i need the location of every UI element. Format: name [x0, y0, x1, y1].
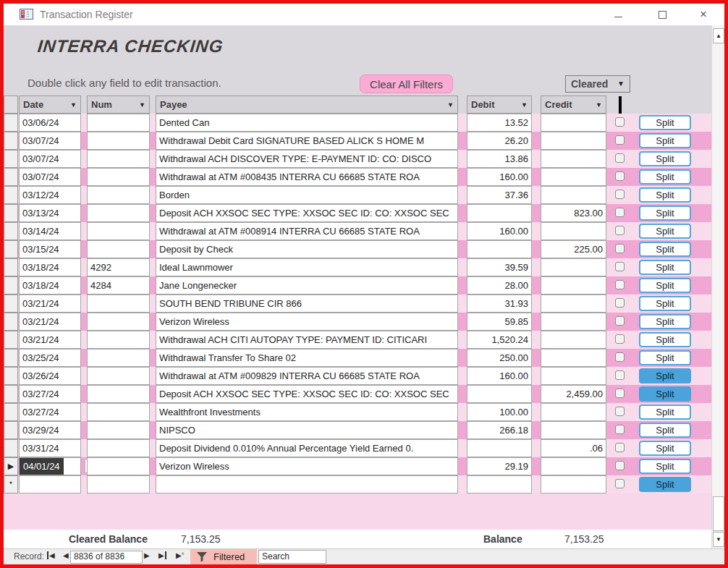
debit-cell[interactable]: 250.00: [467, 349, 532, 367]
record-selector[interactable]: ▶: [4, 457, 18, 475]
credit-cell[interactable]: [541, 331, 606, 349]
debit-cell[interactable]: 100.00: [467, 403, 532, 421]
payee-cell[interactable]: Deposit ACH XXSOC SEC TYPE: XXSOC SEC ID…: [156, 204, 458, 222]
credit-cell[interactable]: 2,459.00: [541, 385, 606, 403]
credit-cell[interactable]: [541, 457, 606, 475]
cleared-checkbox[interactable]: [615, 316, 625, 326]
split-button[interactable]: Split: [639, 332, 691, 347]
column-header-num[interactable]: Num▼: [87, 96, 150, 114]
split-button[interactable]: Split: [639, 404, 691, 420]
payee-cell[interactable]: Borden: [156, 186, 458, 204]
credit-cell[interactable]: [541, 349, 606, 367]
credit-cell[interactable]: [541, 276, 606, 294]
column-header-payee[interactable]: Payee▼: [156, 96, 458, 114]
last-record-button[interactable]: ▶: [158, 551, 166, 559]
date-cell[interactable]: 03/13/24: [19, 204, 81, 222]
payee-cell[interactable]: Dented Can: [156, 114, 458, 132]
cleared-checkbox[interactable]: [615, 171, 625, 181]
cleared-checkbox[interactable]: [615, 298, 625, 308]
debit-cell[interactable]: 160.00: [467, 168, 532, 186]
search-input[interactable]: Search: [258, 550, 326, 564]
debit-cell[interactable]: [467, 475, 532, 493]
record-selector[interactable]: [4, 186, 18, 204]
filter-dropdown-icon[interactable]: ▼: [521, 97, 528, 114]
date-cell[interactable]: 03/29/24: [19, 421, 81, 439]
cleared-checkbox[interactable]: [615, 262, 625, 271]
credit-cell[interactable]: 823.00: [541, 204, 606, 222]
payee-cell[interactable]: Withdrawal at ATM #009829 INTERRA CU 666…: [156, 367, 458, 385]
record-selector[interactable]: [4, 240, 18, 258]
cleared-checkbox[interactable]: [615, 135, 625, 145]
credit-cell[interactable]: [541, 186, 606, 204]
num-cell[interactable]: [87, 403, 150, 421]
split-button[interactable]: Split: [639, 314, 691, 329]
payee-cell[interactable]: Withdrawal at ATM #008914 INTERRA CU 666…: [156, 222, 458, 240]
date-cell[interactable]: 03/21/24: [19, 294, 81, 313]
date-cell[interactable]: 03/21/24: [19, 313, 81, 331]
num-cell[interactable]: [87, 150, 150, 168]
date-cell[interactable]: 03/14/24: [19, 222, 81, 240]
record-selector[interactable]: [4, 168, 18, 186]
split-button[interactable]: Split: [639, 423, 691, 438]
payee-cell[interactable]: Withdrawal at ATM #008435 INTERRA CU 666…: [156, 168, 458, 186]
cleared-checkbox[interactable]: [615, 407, 625, 416]
date-cell[interactable]: 03/15/24: [19, 240, 81, 258]
credit-cell[interactable]: [541, 150, 606, 168]
num-cell[interactable]: 4284: [87, 276, 150, 294]
payee-cell[interactable]: Withdrawal ACH DISCOVER TYPE: E-PAYMENT …: [156, 150, 458, 168]
filter-dropdown-icon[interactable]: ▼: [596, 97, 602, 114]
num-cell[interactable]: [87, 186, 150, 204]
record-selector[interactable]: [4, 204, 18, 222]
num-cell[interactable]: [87, 385, 150, 403]
payee-cell[interactable]: Verizon Wireless: [156, 457, 458, 475]
date-cell[interactable]: 03/18/24: [19, 258, 81, 276]
cleared-checkbox[interactable]: [615, 244, 625, 253]
debit-cell[interactable]: [467, 240, 532, 258]
cleared-dropdown[interactable]: Cleared▼: [565, 75, 630, 93]
debit-cell[interactable]: 266.18: [467, 421, 532, 439]
payee-cell[interactable]: NIPSCO: [156, 421, 458, 439]
credit-cell[interactable]: [541, 313, 606, 331]
filter-dropdown-icon[interactable]: ▼: [70, 97, 77, 114]
record-selector[interactable]: [4, 114, 18, 132]
cleared-checkbox[interactable]: [615, 389, 625, 398]
record-selector[interactable]: [4, 150, 18, 168]
close-button[interactable]: ×: [691, 7, 716, 22]
split-button[interactable]: Split: [639, 278, 691, 293]
credit-cell[interactable]: [541, 168, 606, 186]
record-selector[interactable]: [4, 313, 18, 331]
record-selector[interactable]: *: [4, 475, 18, 493]
debit-cell[interactable]: 37.36: [467, 186, 532, 204]
cleared-checkbox[interactable]: [615, 461, 625, 470]
cleared-checkbox[interactable]: [615, 280, 625, 289]
split-button[interactable]: Split: [639, 169, 691, 185]
split-button[interactable]: Split: [639, 441, 691, 456]
cleared-checkbox[interactable]: [615, 153, 625, 163]
record-selector[interactable]: [4, 439, 18, 457]
debit-cell[interactable]: 13.52: [467, 114, 532, 132]
debit-cell[interactable]: [467, 385, 532, 403]
debit-cell[interactable]: 28.00: [467, 276, 532, 294]
credit-cell[interactable]: [541, 222, 606, 240]
debit-cell[interactable]: 160.00: [467, 222, 532, 240]
debit-cell[interactable]: [467, 204, 532, 222]
filter-dropdown-icon[interactable]: ▼: [139, 97, 145, 114]
record-selector[interactable]: [4, 367, 18, 385]
debit-cell[interactable]: 59.85: [467, 313, 532, 331]
scrollbar-thumb[interactable]: [713, 496, 724, 531]
payee-cell[interactable]: Jane Longenecker: [156, 276, 458, 294]
debit-cell[interactable]: 160.00: [467, 367, 532, 385]
credit-cell[interactable]: [541, 294, 606, 313]
maximize-button[interactable]: [650, 7, 674, 22]
split-button[interactable]: Split: [639, 477, 691, 492]
date-cell[interactable]: 03/07/24: [19, 132, 81, 150]
payee-cell[interactable]: Deposit ACH XXSOC SEC TYPE: XXSOC SEC ID…: [156, 385, 458, 403]
scroll-down-icon[interactable]: ▼: [713, 532, 724, 547]
cleared-checkbox[interactable]: [615, 425, 625, 434]
num-cell[interactable]: [87, 439, 150, 457]
debit-cell[interactable]: 26.20: [467, 132, 532, 150]
date-cell[interactable]: 03/27/24: [19, 385, 81, 403]
num-cell[interactable]: [87, 421, 150, 439]
record-selector[interactable]: [4, 403, 18, 421]
record-position-box[interactable]: 8836 of 8836: [70, 551, 143, 564]
